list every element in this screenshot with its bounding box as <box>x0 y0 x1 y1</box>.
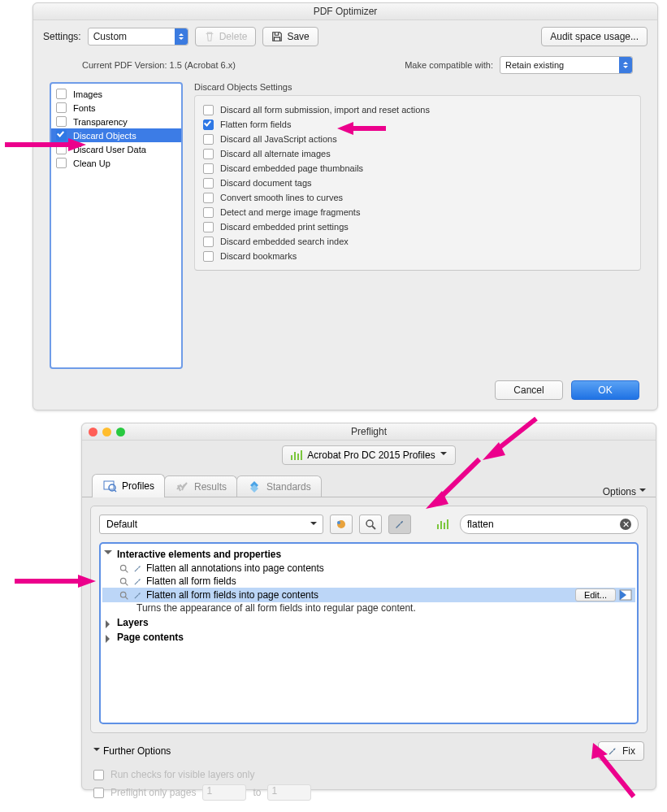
chevron-down-icon <box>639 489 646 495</box>
option-checkbox[interactable] <box>203 105 214 115</box>
category-item[interactable]: Clean Up <box>51 156 181 170</box>
option-checkbox[interactable] <box>203 222 214 232</box>
traffic-lights[interactable] <box>89 428 125 436</box>
option-checkbox[interactable] <box>203 178 214 189</box>
category-item[interactable]: Fonts <box>51 101 181 115</box>
window-title: PDF Optimizer <box>33 3 657 20</box>
category-checkbox[interactable] <box>56 102 67 113</box>
option-row[interactable]: Convert smooth lines to curves <box>203 190 632 205</box>
group-label: Layers <box>117 617 149 628</box>
settings-panel: Discard Objects Settings Discard all for… <box>194 82 641 369</box>
bars-icon <box>291 450 302 460</box>
option-checkbox[interactable] <box>203 237 214 247</box>
save-button[interactable]: Save <box>262 27 318 46</box>
svg-line-8 <box>125 570 128 572</box>
settings-label: Settings: <box>43 31 81 42</box>
svg-point-4 <box>337 521 340 524</box>
wrench-icon <box>132 590 143 601</box>
option-label: Discard all form submission, import and … <box>220 105 430 115</box>
option-checkbox[interactable] <box>203 149 214 159</box>
option-row[interactable]: Discard embedded search index <box>203 234 632 249</box>
tree-entry[interactable]: Flatten all annotations into page conten… <box>102 562 635 575</box>
option-row[interactable]: Flatten form fields <box>203 117 632 132</box>
option-checkbox[interactable] <box>203 251 214 262</box>
show-fixups-button[interactable] <box>388 515 411 534</box>
tree-group[interactable]: Page contents <box>102 630 635 645</box>
svg-marker-16 <box>68 138 86 151</box>
option-row[interactable]: Detect and merge image fragments <box>203 205 632 219</box>
tab-standards[interactable]: Standards <box>236 475 322 497</box>
only-pages-label: Preflight only pages <box>110 787 196 798</box>
compat-select[interactable]: Retain existing <box>500 56 633 74</box>
toolbar: Settings: Custom Delete Save Audit space… <box>33 20 657 53</box>
cancel-button[interactable]: Cancel <box>495 380 563 400</box>
category-list[interactable]: ImagesFontsTransparencyDiscard ObjectsDi… <box>50 82 183 369</box>
entry-label: Flatten all form fields into page conten… <box>146 589 318 601</box>
compat-value: Retain existing <box>505 60 564 70</box>
tree-entry[interactable]: Flatten all form fields into page conten… <box>102 588 635 602</box>
option-row[interactable]: Discard all JavaScript actions <box>203 132 632 146</box>
category-label: Transparency <box>73 117 128 127</box>
option-label: Flatten form fields <box>220 119 291 129</box>
tab-results[interactable]: Results <box>164 475 237 497</box>
annotation-arrow <box>15 573 96 592</box>
category-checkbox[interactable] <box>56 158 67 168</box>
option-checkbox[interactable] <box>203 207 214 218</box>
tree-group[interactable]: Interactive elements and properties <box>102 547 635 562</box>
option-checkbox[interactable] <box>203 193 214 203</box>
svg-point-9 <box>120 578 126 584</box>
option-checkbox[interactable] <box>203 134 214 145</box>
option-checkbox[interactable] <box>203 163 214 174</box>
category-checkbox[interactable] <box>56 89 67 99</box>
magnifier-icon <box>119 590 129 601</box>
ok-button[interactable]: OK <box>571 380 639 400</box>
svg-line-10 <box>125 583 128 585</box>
run-checks-checkbox <box>93 770 104 780</box>
clear-icon[interactable]: ✕ <box>620 519 631 530</box>
bars-button[interactable] <box>432 515 453 533</box>
disclosure-icon <box>106 620 114 628</box>
option-row[interactable]: Discard all form submission, import and … <box>203 102 632 117</box>
settings-select[interactable]: Custom <box>88 28 188 46</box>
library-select[interactable]: Default <box>99 515 323 534</box>
option-row[interactable]: Discard embedded print settings <box>203 219 632 234</box>
results-icon <box>175 480 189 494</box>
option-label: Detect and merge image fragments <box>220 207 360 217</box>
tab-profiles[interactable]: Profiles <box>92 474 165 497</box>
page-to: 1 <box>267 784 311 801</box>
options-menu[interactable]: Options <box>603 486 646 497</box>
tab-bar: Profiles Results Standards Options <box>82 470 656 497</box>
audit-button[interactable]: Audit space usage... <box>541 27 648 46</box>
magnifier-icon <box>119 563 129 574</box>
annotation-arrow <box>337 120 386 139</box>
window-title: Preflight <box>82 423 656 441</box>
search-field[interactable]: ✕ <box>460 515 639 534</box>
wrench-icon <box>132 576 143 587</box>
option-row[interactable]: Discard bookmarks <box>203 249 632 263</box>
entry-description: Turns the appearance of all form fields … <box>102 602 635 615</box>
option-label: Discard bookmarks <box>220 251 297 261</box>
tree-group[interactable]: Layers <box>102 615 635 630</box>
svg-line-25 <box>600 754 634 797</box>
tree-entry[interactable]: Flatten all form fields <box>102 575 635 588</box>
trash-icon <box>204 31 215 42</box>
option-row[interactable]: Discard embedded page thumbnails <box>203 161 632 176</box>
option-row[interactable]: Discard document tags <box>203 176 632 190</box>
fixups-tree[interactable]: Interactive elements and properties Flat… <box>99 542 639 724</box>
delete-button[interactable]: Delete <box>195 27 257 46</box>
annotation-arrow <box>585 740 650 807</box>
category-item[interactable]: Transparency <box>51 115 181 128</box>
annotation-arrow <box>5 137 86 155</box>
show-checks-button[interactable] <box>359 515 382 534</box>
option-label: Discard embedded page thumbnails <box>220 163 363 173</box>
category-checkbox[interactable] <box>56 116 67 127</box>
edit-button[interactable]: Edit... <box>575 588 616 601</box>
show-all-button[interactable] <box>330 515 353 534</box>
option-row[interactable]: Discard all alternate images <box>203 146 632 161</box>
option-checkbox[interactable] <box>203 119 214 130</box>
flag-icon <box>619 589 632 601</box>
chevron-updown-icon <box>175 28 188 45</box>
option-label: Convert smooth lines to curves <box>220 193 343 202</box>
search-input[interactable] <box>466 518 615 531</box>
category-item[interactable]: Images <box>51 87 181 101</box>
